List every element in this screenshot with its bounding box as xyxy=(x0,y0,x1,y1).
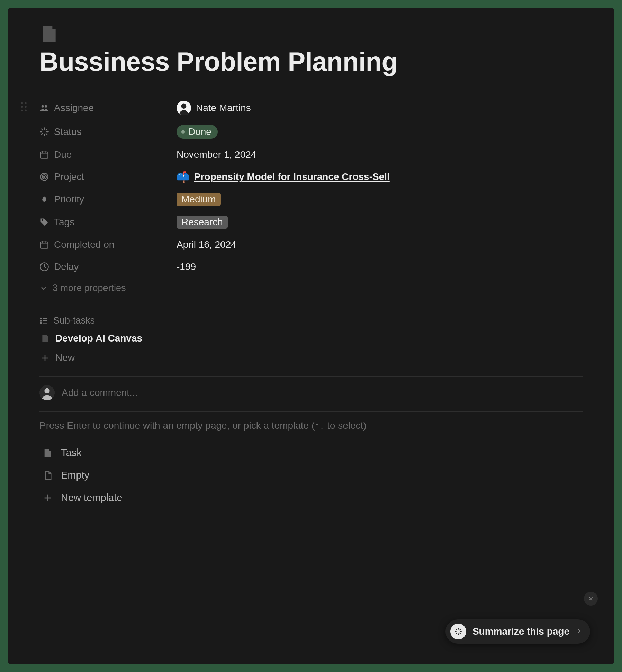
new-subtask-button[interactable]: New xyxy=(39,347,583,374)
template-hint: Press Enter to continue with an empty pa… xyxy=(39,412,583,442)
status-loading-icon xyxy=(39,127,49,137)
property-row-priority: Priority Medium xyxy=(39,188,583,211)
svg-point-24 xyxy=(44,176,45,178)
property-row-tags: Tags Research xyxy=(39,211,583,234)
svg-point-34 xyxy=(40,322,42,323)
svg-point-5 xyxy=(25,109,27,111)
property-value-priority[interactable]: Medium xyxy=(177,193,221,206)
calendar-icon xyxy=(39,150,49,160)
subtasks-header[interactable]: Sub-tasks xyxy=(39,306,583,329)
svg-point-6 xyxy=(42,105,44,108)
assignee-avatar xyxy=(177,101,191,115)
property-value-completed[interactable]: April 16, 2024 xyxy=(177,239,236,250)
due-date: November 1, 2024 xyxy=(177,149,256,160)
property-label-text: Delay xyxy=(54,261,79,272)
template-label: New template xyxy=(61,492,122,503)
svg-rect-25 xyxy=(41,242,48,248)
template-option-empty[interactable]: Empty xyxy=(39,464,583,487)
plus-icon xyxy=(43,493,53,503)
plus-icon xyxy=(41,354,49,362)
chevron-down-icon xyxy=(39,284,48,292)
svg-point-7 xyxy=(45,105,47,108)
current-user-avatar xyxy=(39,385,55,400)
property-row-project: Project 📫 Propensity Model for Insurance… xyxy=(39,166,583,188)
property-value-delay[interactable]: -199 xyxy=(177,261,196,272)
property-value-project[interactable]: 📫 Propensity Model for Insurance Cross-S… xyxy=(177,171,390,183)
drag-handle-icon[interactable] xyxy=(21,102,27,114)
property-label[interactable]: Status xyxy=(39,126,177,137)
completed-date: April 16, 2024 xyxy=(177,239,236,250)
tag-item: Research xyxy=(177,216,228,229)
chevron-right-icon xyxy=(576,627,583,636)
svg-line-17 xyxy=(46,129,47,130)
more-properties-toggle[interactable]: 3 more properties xyxy=(39,278,583,303)
template-option-task[interactable]: Task xyxy=(39,442,583,464)
property-label-text: Priority xyxy=(54,194,84,205)
template-label: Task xyxy=(61,447,82,458)
svg-rect-18 xyxy=(41,152,48,158)
comment-input-row[interactable]: Add a comment... xyxy=(39,377,583,409)
property-row-assignee: Assignee Nate Martins xyxy=(39,96,583,120)
svg-line-12 xyxy=(42,129,43,130)
property-label-text: Due xyxy=(54,149,72,160)
property-value-assignee[interactable]: Nate Martins xyxy=(177,101,251,115)
svg-point-0 xyxy=(21,102,23,104)
svg-point-1 xyxy=(25,102,27,104)
property-label[interactable]: Priority xyxy=(39,194,177,205)
subtask-item[interactable]: Develop AI Canvas xyxy=(39,329,583,347)
svg-point-39 xyxy=(44,388,49,393)
page-icon[interactable] xyxy=(39,24,59,44)
more-properties-text: 3 more properties xyxy=(53,283,126,293)
list-icon xyxy=(39,316,48,325)
page-icon xyxy=(43,448,53,458)
property-label-text: Assignee xyxy=(54,102,94,113)
status-text: Done xyxy=(188,126,211,137)
status-pill: Done xyxy=(177,125,218,139)
project-link: Propensity Model for Insurance Cross-Sel… xyxy=(194,171,390,182)
svg-line-16 xyxy=(42,134,43,135)
property-label[interactable]: Assignee xyxy=(39,102,177,113)
property-label[interactable]: Completed on xyxy=(39,239,177,250)
flame-icon xyxy=(39,194,49,204)
summarize-button[interactable]: Summarize this page xyxy=(445,619,590,644)
document-icon xyxy=(43,471,53,480)
svg-point-32 xyxy=(40,320,42,321)
property-row-completed: Completed on April 16, 2024 xyxy=(39,234,583,256)
page-icon xyxy=(41,334,50,343)
svg-point-3 xyxy=(25,106,27,108)
template-label: Empty xyxy=(61,470,89,481)
summarize-label: Summarize this page xyxy=(472,626,569,637)
tag-icon xyxy=(39,217,49,227)
people-icon xyxy=(39,103,49,113)
page-frame: Bussiness Problem Planning Assignee Nate… xyxy=(8,8,614,664)
property-label-text: Tags xyxy=(54,217,74,228)
property-value-due[interactable]: November 1, 2024 xyxy=(177,149,256,160)
template-option-new[interactable]: New template xyxy=(39,487,583,509)
property-value-tags[interactable]: Research xyxy=(177,216,228,229)
ai-sparkle-icon xyxy=(450,624,466,639)
comment-placeholder: Add a comment... xyxy=(62,387,137,398)
property-value-status[interactable]: Done xyxy=(177,125,218,139)
svg-line-13 xyxy=(46,134,47,135)
clock-icon xyxy=(39,262,49,272)
priority-tag: Medium xyxy=(177,193,221,206)
property-label[interactable]: Delay xyxy=(39,261,177,272)
page-title[interactable]: Bussiness Problem Planning xyxy=(39,46,397,76)
svg-point-2 xyxy=(21,106,23,108)
calendar-icon xyxy=(39,240,49,249)
svg-point-30 xyxy=(40,318,42,319)
target-icon xyxy=(39,172,49,182)
svg-point-9 xyxy=(181,103,187,109)
delay-value: -199 xyxy=(177,261,196,272)
property-label-text: Status xyxy=(54,126,81,137)
new-label: New xyxy=(55,352,75,363)
assignee-name: Nate Martins xyxy=(196,102,251,113)
property-label-text: Completed on xyxy=(54,239,114,250)
property-label[interactable]: Project xyxy=(39,171,177,182)
property-row-status: Status Done xyxy=(39,120,583,144)
close-button[interactable] xyxy=(584,592,598,606)
subtasks-label: Sub-tasks xyxy=(53,315,95,326)
property-label[interactable]: Due xyxy=(39,149,177,160)
property-label[interactable]: Tags xyxy=(39,217,177,228)
subtask-title: Develop AI Canvas xyxy=(55,333,142,344)
